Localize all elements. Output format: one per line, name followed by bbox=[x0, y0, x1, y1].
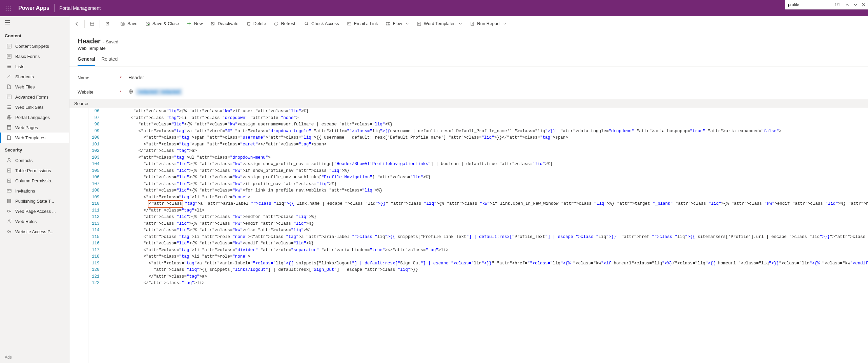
sidebar-item-web-pages[interactable]: Web Pages bbox=[0, 122, 69, 133]
sidebar-item-label: Web Roles bbox=[15, 219, 37, 224]
required-indicator: * bbox=[120, 89, 122, 95]
find-input[interactable] bbox=[785, 0, 829, 9]
chevron-down-icon bbox=[459, 22, 462, 25]
sidebar-item-shortcuts[interactable]: Shortcuts bbox=[0, 72, 69, 82]
deactivate-icon bbox=[210, 21, 215, 26]
snippet-icon bbox=[6, 43, 12, 49]
file-icon bbox=[6, 84, 12, 89]
word-icon bbox=[416, 21, 422, 26]
find-next-icon[interactable] bbox=[851, 0, 860, 9]
page-icon bbox=[6, 125, 12, 130]
sidebar-item-label: Web Files bbox=[15, 84, 35, 89]
access-icon bbox=[6, 208, 12, 214]
record-title: Header bbox=[78, 37, 101, 45]
sidebar-item-web-templates[interactable]: Web Templates bbox=[0, 133, 69, 143]
tab-general[interactable]: General bbox=[78, 56, 95, 66]
sidebar-item-web-files[interactable]: Web Files bbox=[0, 82, 69, 92]
record-type: Web Template bbox=[78, 46, 860, 51]
list-icon bbox=[6, 64, 12, 69]
website-lookup[interactable]: redacted - redacted bbox=[128, 88, 860, 95]
check-access-icon bbox=[304, 21, 309, 26]
deactivate-button[interactable]: Deactivate bbox=[207, 18, 242, 29]
shortcut-icon bbox=[6, 74, 12, 79]
sidebar-item-column-permissio-[interactable]: Column Permissio... bbox=[0, 176, 69, 186]
sidebar-item-label: Web Pages bbox=[15, 125, 38, 130]
svg-rect-13 bbox=[7, 125, 11, 129]
globe-icon bbox=[128, 89, 134, 95]
back-button[interactable] bbox=[71, 18, 83, 29]
new-button[interactable]: New bbox=[183, 18, 206, 29]
sidebar-item-label: Column Permissio... bbox=[15, 178, 55, 183]
app-title[interactable]: Power Apps bbox=[14, 5, 54, 11]
main: Save Save & Close New Deactivate Delete … bbox=[69, 16, 868, 363]
check-access-button[interactable]: Check Access bbox=[301, 18, 343, 29]
name-input[interactable]: Header bbox=[128, 75, 860, 80]
sidebar-item-advanced-forms[interactable]: Advanced Forms bbox=[0, 92, 69, 102]
sidebar-item-contacts[interactable]: Contacts bbox=[0, 155, 69, 165]
sidebar-item-invitations[interactable]: Invitations bbox=[0, 186, 69, 196]
source-toolbar-label[interactable]: Source bbox=[69, 99, 868, 108]
word-templates-button[interactable]: Word Templates bbox=[413, 18, 466, 29]
find-prev-icon[interactable] bbox=[843, 0, 851, 9]
app-header: Power Apps Portal Management 1/1 bbox=[0, 0, 868, 16]
svg-point-21 bbox=[7, 210, 9, 212]
website-value: redacted - redacted bbox=[136, 88, 182, 95]
back-icon bbox=[74, 21, 80, 26]
field-website: Website* redacted - redacted bbox=[69, 85, 868, 99]
popout-icon bbox=[105, 21, 110, 26]
form-fields: Name* Header Website* redacted - redacte… bbox=[69, 66, 868, 99]
delete-button[interactable]: Delete bbox=[243, 18, 270, 29]
hamburger-icon[interactable] bbox=[5, 20, 64, 25]
svg-point-15 bbox=[8, 158, 10, 160]
find-close-icon[interactable] bbox=[860, 0, 868, 9]
save-close-button[interactable]: Save & Close bbox=[142, 18, 183, 29]
person-icon bbox=[6, 158, 12, 163]
sidebar-item-website-access-p-[interactable]: Website Access P... bbox=[0, 226, 69, 237]
access-icon bbox=[6, 229, 12, 234]
sidebar-item-label: Web Link Sets bbox=[15, 105, 44, 110]
sidebar-item-label: Contacts bbox=[15, 158, 33, 163]
code-editor[interactable]: 9697989910010110210310410510610710810911… bbox=[69, 108, 868, 363]
sidebar-item-portal-languages[interactable]: Portal Languages bbox=[0, 112, 69, 122]
svg-point-5 bbox=[10, 8, 11, 9]
popout-button[interactable] bbox=[101, 18, 113, 29]
app-area[interactable]: Portal Management bbox=[55, 5, 105, 11]
sidebar-item-web-roles[interactable]: Web Roles bbox=[0, 216, 69, 226]
code-area[interactable]: "attr">class="liq">{% "attr">class="kw">… bbox=[103, 108, 868, 363]
record-set-icon bbox=[89, 21, 95, 26]
field-name: Name* Header bbox=[69, 70, 868, 85]
svg-rect-18 bbox=[7, 179, 11, 182]
refresh-button[interactable]: Refresh bbox=[270, 18, 300, 29]
flow-button[interactable]: Flow bbox=[382, 18, 412, 29]
waffle-icon[interactable] bbox=[3, 3, 14, 14]
sidebar-item-label: Advanced Forms bbox=[15, 95, 48, 100]
svg-point-0 bbox=[6, 6, 7, 7]
email-link-button[interactable]: Email a Link bbox=[343, 18, 381, 29]
sidebar-item-label: Basic Forms bbox=[15, 54, 40, 59]
sidebar-item-basic-forms[interactable]: Basic Forms bbox=[0, 51, 69, 61]
svg-rect-27 bbox=[348, 22, 351, 25]
sidebar-ads-label: Ads bbox=[0, 351, 69, 363]
sidebar-item-label: Web Page Access ... bbox=[15, 209, 56, 214]
save-button[interactable]: Save bbox=[117, 18, 141, 29]
find-bar: 1/1 bbox=[785, 0, 868, 9]
svg-point-1 bbox=[8, 6, 9, 7]
sidebar-item-web-page-access-[interactable]: Web Page Access ... bbox=[0, 206, 69, 216]
sidebar-item-web-link-sets[interactable]: Web Link Sets bbox=[0, 102, 69, 112]
sidebar-item-table-permissions[interactable]: Table Permissions bbox=[0, 165, 69, 176]
run-report-button[interactable]: Run Report bbox=[466, 18, 510, 29]
chevron-down-icon bbox=[406, 22, 409, 25]
sidebar-item-label: Invitations bbox=[15, 188, 35, 194]
sidebar-item-label: Lists bbox=[15, 64, 24, 69]
svg-point-7 bbox=[8, 10, 9, 11]
sidebar-item-content-snippets[interactable]: Content Snippets bbox=[0, 41, 69, 51]
globe-icon bbox=[6, 115, 12, 120]
save-icon bbox=[120, 21, 125, 26]
sidebar-item-lists[interactable]: Lists bbox=[0, 61, 69, 72]
sidebar-item-publishing-state-t-[interactable]: Publishing State T... bbox=[0, 196, 69, 206]
report-icon bbox=[470, 21, 475, 26]
tab-related[interactable]: Related bbox=[101, 56, 118, 66]
open-record-set-button[interactable] bbox=[86, 18, 98, 29]
fold-gutter bbox=[69, 108, 88, 363]
sidebar-group-title: Content bbox=[0, 28, 69, 41]
